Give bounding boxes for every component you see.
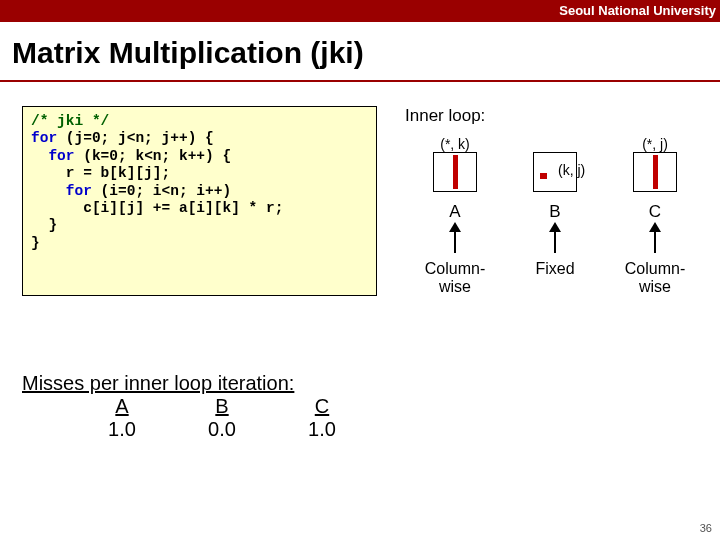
inner-loop-diagram: Inner loop: (*, k) (*, j) (k, j) <box>405 106 705 346</box>
matrix-row: (k, j) <box>405 152 705 198</box>
misses-grid: A 1.0 B 0.0 C 1.0 <box>72 395 372 441</box>
arrow-up-icon <box>449 222 461 232</box>
element-marker-icon <box>540 173 547 179</box>
column-marker-icon <box>453 155 458 189</box>
name-C: C <box>610 202 700 222</box>
arrow-up-icon <box>549 222 561 232</box>
page-number: 36 <box>700 522 712 534</box>
arrow-up-icon <box>649 222 661 232</box>
idx-B: (k, j) <box>558 162 585 178</box>
access-pattern-row: Column- wise Fixed Column- wise <box>405 260 705 295</box>
access-B: Fixed <box>510 260 600 295</box>
access-C: Column- wise <box>610 260 700 295</box>
index-row: (*, k) (*, j) <box>405 132 705 152</box>
header-bar: Seoul National University <box>0 0 720 22</box>
idx-C: (*, j) <box>610 136 700 152</box>
access-A: Column- wise <box>410 260 500 295</box>
misses-col-C: C 1.0 <box>272 395 372 441</box>
code-comment: /* jki */ <box>31 113 109 129</box>
matrix-C <box>633 152 677 192</box>
slide-title: Matrix Multiplication (jki) <box>0 22 720 80</box>
misses-title: Misses per inner loop iteration: <box>22 372 372 395</box>
name-B: B <box>510 202 600 222</box>
inner-loop-title: Inner loop: <box>405 106 705 126</box>
kw-for: for <box>66 183 92 199</box>
matrix-name-row: A B C <box>405 202 705 222</box>
misses-section: Misses per inner loop iteration: A 1.0 B… <box>22 372 372 441</box>
name-A: A <box>410 202 500 222</box>
misses-col-B: B 0.0 <box>172 395 272 441</box>
misses-col-A: A 1.0 <box>72 395 172 441</box>
idx-A: (*, k) <box>410 136 500 152</box>
content-area: /* jki */ for (j=0; j<n; j++) { for (k=0… <box>0 82 720 502</box>
org-name: Seoul National University <box>559 3 716 18</box>
arrow-row <box>405 222 705 258</box>
matrix-A <box>433 152 477 192</box>
kw-for: for <box>48 148 74 164</box>
code-block: /* jki */ for (j=0; j<n; j++) { for (k=0… <box>22 106 377 296</box>
column-marker-icon <box>653 155 658 189</box>
kw-for: for <box>31 130 57 146</box>
